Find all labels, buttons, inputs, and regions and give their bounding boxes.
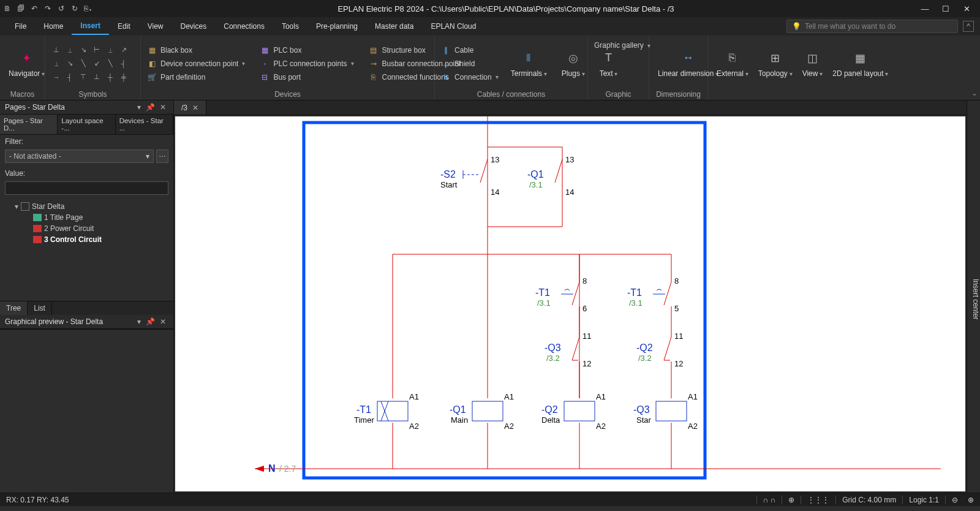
symbols-grid[interactable]: ⊥⟂↘⊢⟂↗ ⟂↘╲↙╲┤ →┤⊤⊥┼╪ [50, 44, 130, 83]
device-conn-button[interactable]: ◧Device connection point [146, 58, 246, 69]
navigator-button[interactable]: ✦ Navigator [5, 48, 48, 79]
status-logic: Logic 1:1 [902, 496, 945, 504]
svg-text:Star: Star [636, 415, 652, 425]
svg-text:N: N [268, 463, 276, 474]
menu-tools[interactable]: Tools [273, 18, 307, 34]
svg-text:14: 14 [565, 187, 574, 197]
group-cables: Cables / connections [440, 89, 582, 99]
tree-page-3[interactable]: 3 Control Circuit [2, 234, 171, 245]
panel-button[interactable]: ▦2D panel layout [829, 48, 892, 79]
svg-text:6: 6 [582, 304, 587, 313]
qat-back-icon[interactable]: ↺ [56, 4, 66, 13]
plc-box-button[interactable]: ▦PLC box [258, 45, 355, 56]
qat-misc-icon[interactable]: ⎘▾ [83, 4, 93, 13]
plc-conn-button[interactable]: ◦PLC connection points [258, 58, 355, 69]
status-target-icon[interactable]: ⊕ [782, 496, 801, 504]
ribbon-search[interactable]: 💡 Tell me what you want to do [786, 20, 958, 33]
value-label: Value: [0, 167, 173, 180]
filter-dropdown[interactable]: - Not activated -▾ [5, 150, 154, 163]
qat-new-icon[interactable]: 🗎 [2, 4, 12, 13]
tree-page-1[interactable]: 1 Title Page [2, 212, 171, 223]
plugs-button[interactable]: ◎Plugs [558, 48, 589, 79]
panel-tab-layout[interactable]: Layout space -... [58, 115, 115, 134]
filter-label: Filter: [0, 135, 173, 148]
tab-close-icon[interactable]: ✕ [192, 104, 198, 112]
preview-pin-icon[interactable]: 📌 [143, 317, 157, 326]
panel-tab-devices[interactable]: Devices - Star ... [116, 115, 173, 134]
pages-panel-header: Pages - Star Delta ▾ 📌 ✕ [0, 100, 173, 115]
preview-dropdown-icon[interactable]: ▾ [135, 317, 143, 326]
ribbon-collapse-button[interactable]: ^ [963, 21, 974, 32]
linear-dim-icon: ↔ [680, 50, 697, 67]
menu-eplancloud[interactable]: EPLAN Cloud [422, 18, 484, 34]
black-box-button[interactable]: ▦Black box [146, 45, 246, 56]
filter-browse-button[interactable]: … [156, 150, 168, 163]
tree-page-2[interactable]: 2 Power Circuit [2, 223, 171, 234]
doc-tab[interactable]: /3✕ [174, 100, 206, 115]
list-tab[interactable]: List [28, 301, 52, 315]
menu-preplanning[interactable]: Pre-planning [307, 18, 366, 34]
menu-file[interactable]: File [6, 18, 35, 34]
svg-text:Main: Main [451, 415, 468, 425]
panel-icon: ▦ [852, 50, 869, 67]
status-zoom-out-icon[interactable]: ⊖ [945, 496, 964, 504]
qat-redo-icon[interactable]: ↷ [43, 4, 53, 13]
group-devices: Devices [146, 89, 429, 99]
status-grid-icon[interactable]: ⋮⋮⋮ [801, 496, 835, 504]
status-coords: RX: 0.17 RY: 43.45 [6, 496, 69, 504]
svg-text:8: 8 [582, 276, 587, 286]
minimize-button[interactable]: — [919, 4, 931, 13]
svg-text:A2: A2 [504, 422, 514, 431]
plugs-icon: ◎ [565, 50, 582, 67]
insert-center-panel[interactable]: Insert center [967, 100, 980, 493]
panel-pin-icon[interactable]: 📌 [143, 103, 157, 112]
svg-text:-T1: -T1 [535, 287, 550, 298]
svg-text:-Q2: -Q2 [636, 343, 653, 353]
cable-button[interactable]: ∥Cable [440, 45, 500, 56]
preview-panel-header: Graphical preview - Star Delta ▾ 📌 ✕ [0, 315, 173, 329]
status-zoom-in-icon[interactable]: ⊕ [964, 496, 974, 504]
menu-insert[interactable]: Insert [72, 18, 109, 35]
tree-root[interactable]: ▾Star Delta [2, 201, 171, 212]
shield-button[interactable]: ⌓Shield [440, 58, 500, 69]
value-input[interactable] [5, 181, 168, 195]
svg-text:13: 13 [565, 155, 574, 164]
connection-button[interactable]: ↯Connection [440, 72, 500, 83]
menu-masterdata[interactable]: Master data [366, 18, 422, 34]
tree-tab[interactable]: Tree [0, 301, 28, 315]
external-button[interactable]: ⎘External [713, 48, 752, 79]
part-def-button[interactable]: 🛒Part definition [146, 72, 246, 83]
qat-undo-icon[interactable]: ↶ [29, 4, 39, 13]
menu-connections[interactable]: Connections [215, 18, 273, 34]
ribbon-expand-icon[interactable]: ⌄ [969, 86, 980, 100]
menu-home[interactable]: Home [35, 18, 72, 34]
preview-close-icon[interactable]: ✕ [157, 317, 168, 326]
pages-tree[interactable]: ▾Star Delta 1 Title Page 2 Power Circuit… [0, 199, 173, 301]
panel-close-icon[interactable]: ✕ [157, 103, 168, 112]
panel-dropdown-icon[interactable]: ▾ [135, 103, 143, 112]
bus-port-button[interactable]: ⊟Bus port [258, 72, 355, 83]
svg-text:/3.1: /3.1 [537, 298, 551, 308]
terminals-icon: ⦀ [520, 50, 537, 67]
graphic-gallery-button[interactable]: Graphic gallery [593, 40, 652, 50]
qat-copy-icon[interactable]: 🗐 [16, 4, 26, 13]
external-icon: ⎘ [724, 50, 741, 67]
panel-tab-pages[interactable]: Pages - Star D... [0, 115, 58, 134]
svg-text:8: 8 [674, 276, 679, 286]
qat-fwd-icon[interactable]: ↻ [70, 4, 80, 13]
menu-devices[interactable]: Devices [172, 18, 216, 34]
menu-view[interactable]: View [139, 18, 172, 34]
close-button[interactable]: ✕ [960, 4, 973, 13]
status-snap-icon[interactable]: ∩ ∩ [756, 496, 782, 504]
view-button[interactable]: ◫View [799, 48, 827, 79]
topology-button[interactable]: ⊞Topology [755, 48, 796, 79]
svg-text:A2: A2 [596, 422, 606, 431]
group-dim: Dimensioning [654, 89, 703, 99]
terminals-button[interactable]: ⦀Terminals [507, 48, 551, 79]
menu-edit[interactable]: Edit [109, 18, 139, 34]
maximize-button[interactable]: ☐ [940, 4, 952, 13]
svg-text:-Q1: -Q1 [450, 404, 466, 415]
group-macros: Macros [5, 89, 40, 99]
svg-text:-S2: -S2 [440, 169, 456, 180]
drawing-canvas[interactable]: N / 2.7 13 14 -S2 Start 13 14 -Q [175, 116, 965, 491]
